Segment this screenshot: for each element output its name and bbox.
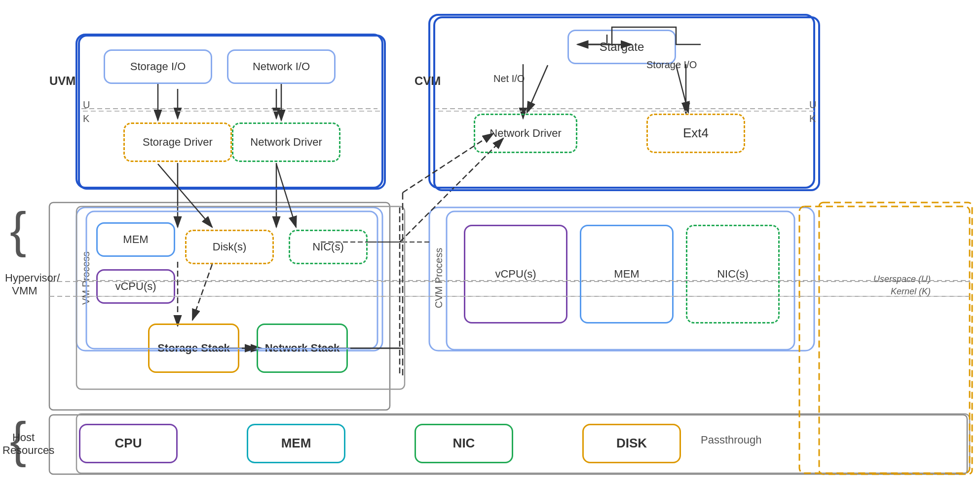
passthrough-label: Passthrough — [701, 434, 762, 446]
cvm-uk-label: UK — [809, 98, 816, 125]
nics-cvm-box: NIC(s) — [686, 225, 780, 324]
network-driver-uvm-box: Network Driver — [232, 122, 340, 162]
svg-line-42 — [276, 164, 296, 227]
svg-line-51 — [676, 65, 688, 113]
ext4-box: Ext4 — [646, 114, 745, 153]
svg-rect-33 — [76, 414, 970, 473]
svg-line-43 — [192, 264, 212, 320]
disks-vm-box: Disk(s) — [185, 230, 274, 264]
userspace-label: Userspace (U) — [873, 274, 931, 284]
network-io-box: Network I/O — [227, 49, 336, 84]
cvm-process-label: CVM Process — [433, 211, 445, 345]
vcpu-vm-box: vCPU(s) — [96, 269, 175, 304]
mem-vm-box: MEM — [96, 222, 175, 257]
vcpu-cvm-box: vCPU(s) — [464, 225, 567, 324]
cvm-label: CVM — [415, 74, 441, 88]
net-io-label: Net I/O — [493, 73, 525, 84]
diagram-container: UVM { Hypervisor/ VMM { Host Resources C… — [0, 0, 980, 486]
hypervisor-brace: { — [10, 205, 26, 254]
uvm-uk-label: UK — [83, 98, 90, 125]
nics-vm-box: NIC(s) — [289, 230, 368, 264]
svg-line-50 — [527, 65, 548, 113]
svg-rect-7 — [819, 202, 972, 474]
hypervisor-label: Hypervisor/ VMM — [5, 272, 44, 297]
disk-host-box: DISK — [582, 424, 681, 463]
host-label: Host Resources — [2, 431, 44, 457]
nic-host-box: NIC — [415, 424, 513, 463]
storage-stack-box: Storage Stack — [148, 324, 239, 373]
network-driver-cvm-box: Network Driver — [474, 114, 577, 153]
network-stack-box: Network Stack — [257, 324, 348, 373]
svg-line-41 — [158, 164, 212, 227]
cpu-box: CPU — [79, 424, 178, 463]
storage-io-box: Storage I/O — [104, 49, 212, 84]
svg-rect-34 — [799, 206, 970, 473]
mem-cvm-box: MEM — [580, 225, 674, 324]
vm-process-label: VM Process — [80, 211, 92, 345]
uvm-label: UVM — [49, 74, 75, 88]
mem-host-box: MEM — [247, 424, 345, 463]
cvm-storage-io-label: Storage I/O — [646, 59, 697, 71]
kernel-label: Kernel (K) — [891, 286, 931, 297]
storage-driver-box: Storage Driver — [123, 122, 232, 162]
